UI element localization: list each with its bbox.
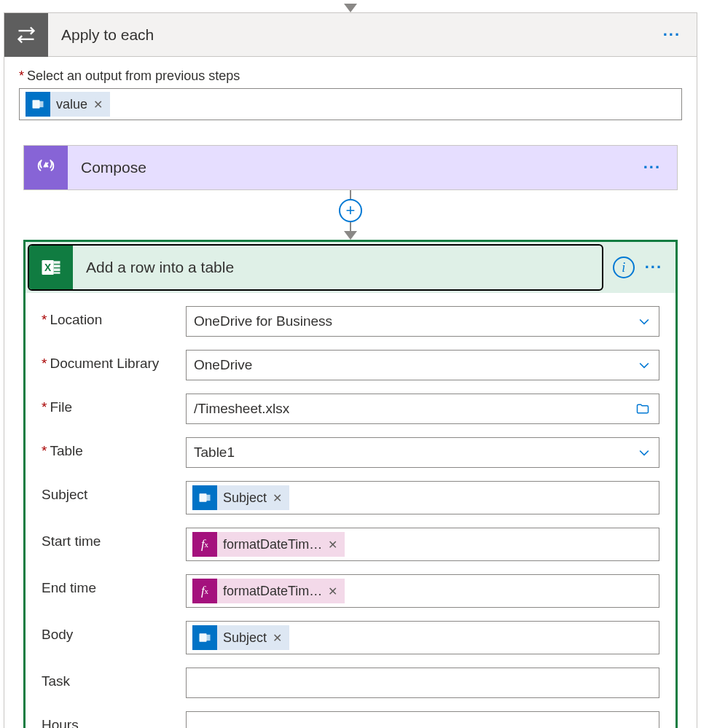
apply-to-each-header[interactable]: Apply to each ··· <box>4 13 697 57</box>
remove-token-icon[interactable]: ✕ <box>328 538 337 552</box>
compose-header[interactable]: Compose ··· <box>24 146 677 189</box>
row-table: *Table Table1 <box>42 437 659 468</box>
start-time-field[interactable]: fx formatDateTim… ✕ <box>186 528 659 561</box>
svg-rect-12 <box>200 633 207 642</box>
row-file: *File /Timesheet.xlsx <box>42 394 659 424</box>
svg-rect-8 <box>54 268 60 271</box>
compose-title: Compose <box>68 159 627 176</box>
svg-rect-3 <box>39 101 44 107</box>
file-picker[interactable]: /Timesheet.xlsx <box>186 394 659 424</box>
body-field[interactable]: Subject ✕ <box>186 621 659 654</box>
task-field[interactable] <box>186 668 659 698</box>
location-dropdown[interactable]: OneDrive for Business <box>186 306 659 337</box>
fx-icon: fx <box>192 579 217 603</box>
outlook-icon <box>26 92 50 117</box>
remove-token-icon[interactable]: ✕ <box>328 584 337 598</box>
compose-card: Compose ··· <box>23 145 678 190</box>
row-end-time: End time fx formatDateTim… ✕ <box>42 574 659 608</box>
remove-token-icon[interactable]: ✕ <box>93 98 103 111</box>
fx-token[interactable]: fx formatDateTim… ✕ <box>192 579 345 603</box>
row-doc-library: *Document Library OneDrive <box>42 350 659 380</box>
add-row-title: Add a row into a table <box>73 259 602 276</box>
doc-library-dropdown[interactable]: OneDrive <box>186 350 659 380</box>
fx-icon: fx <box>192 532 217 557</box>
fx-token[interactable]: fx formatDateTim… ✕ <box>192 532 345 557</box>
apply-to-each-card: Apply to each ··· *Select an output from… <box>4 12 697 728</box>
add-row-menu[interactable]: ··· <box>642 258 675 277</box>
svg-rect-10 <box>200 493 207 502</box>
row-task: Task <box>42 668 659 698</box>
folder-icon[interactable] <box>634 402 651 416</box>
excel-icon: X <box>29 246 73 289</box>
svg-rect-6 <box>54 261 60 264</box>
row-location: *Location OneDrive for Business <box>42 306 659 337</box>
add-step-button[interactable]: + <box>339 199 362 222</box>
add-row-header[interactable]: X Add a row into a table <box>28 244 603 291</box>
connector-mid: + <box>23 190 678 240</box>
add-row-card: X Add a row into a table i ··· <box>23 240 678 728</box>
svg-rect-2 <box>33 100 40 109</box>
info-button[interactable]: i <box>613 257 635 278</box>
row-body: Body Subject ✕ <box>42 621 659 654</box>
loop-icon <box>4 13 48 57</box>
outlook-icon <box>192 485 217 510</box>
chevron-down-icon <box>637 314 651 329</box>
chevron-down-icon <box>637 358 651 372</box>
row-hours: Hours <box>42 711 659 728</box>
select-output-field[interactable]: value ✕ <box>19 88 682 120</box>
select-output-label: *Select an output from previous steps <box>19 69 682 84</box>
apply-to-each-title: Apply to each <box>48 26 647 44</box>
svg-rect-7 <box>54 265 60 267</box>
remove-token-icon[interactable]: ✕ <box>273 631 282 645</box>
body-token[interactable]: Subject ✕ <box>192 625 289 650</box>
subject-field[interactable]: Subject ✕ <box>186 481 659 514</box>
svg-text:X: X <box>44 262 52 273</box>
apply-to-each-menu[interactable]: ··· <box>647 26 697 44</box>
compose-icon <box>24 146 68 189</box>
connector-top <box>4 4 697 12</box>
end-time-field[interactable]: fx formatDateTim… ✕ <box>186 574 659 608</box>
svg-rect-11 <box>206 495 211 501</box>
outlook-icon <box>192 625 217 650</box>
row-subject: Subject Subject ✕ <box>42 481 659 514</box>
table-dropdown[interactable]: Table1 <box>186 437 659 468</box>
value-token[interactable]: value ✕ <box>26 92 110 117</box>
compose-menu[interactable]: ··· <box>627 158 677 177</box>
chevron-down-icon <box>637 445 651 460</box>
svg-rect-9 <box>54 272 60 274</box>
subject-token[interactable]: Subject ✕ <box>192 485 289 510</box>
svg-rect-13 <box>206 635 211 641</box>
row-start-time: Start time fx formatDateTim… ✕ <box>42 528 659 561</box>
hours-field[interactable] <box>186 711 659 728</box>
remove-token-icon[interactable]: ✕ <box>273 491 282 505</box>
